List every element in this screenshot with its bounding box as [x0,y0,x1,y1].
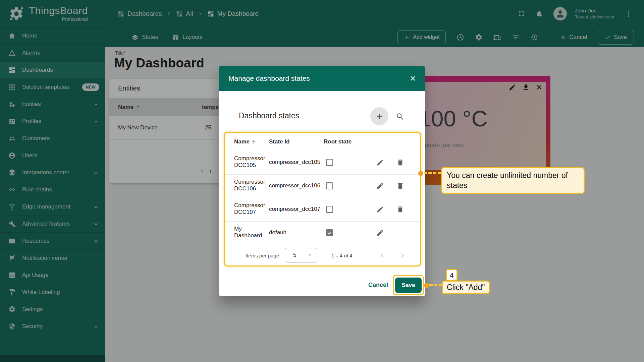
page-next-icon[interactable] [398,251,407,259]
edit-state-icon[interactable] [376,159,384,166]
dialog-section-title: Dashboard states [239,111,299,120]
dialog-close-icon[interactable] [409,74,417,82]
delete-state-icon[interactable] [396,182,404,190]
root-state-checkbox[interactable] [326,159,333,166]
root-state-checkbox-checked[interactable] [326,229,333,236]
search-icon[interactable] [396,112,405,121]
click-add-annotation-tooltip: Click "Add" [442,281,490,294]
items-per-page-label: Items per page: [246,253,280,258]
state-name: Compressor DCC107 [234,202,269,216]
dialog-title: Manage dashboard states [228,74,409,82]
divider [225,245,420,245]
state-id: default [269,229,286,236]
annotation-connector-dash [424,172,441,174]
state-row-4[interactable]: My Dashboard default [225,221,420,245]
state-name: Compressor DCC105 [234,155,269,169]
dialog-cancel-button[interactable]: Cancel [368,282,388,289]
delete-state-icon[interactable] [396,205,404,213]
pagination-range: 1 – 4 of 4 [331,253,368,258]
annotation-connector-dash [429,284,442,286]
plus-icon [375,112,384,121]
delete-state-icon[interactable] [396,159,404,166]
annotation-connector-dot [418,171,423,176]
state-id: compressor_dcc106 [269,182,320,189]
state-row-1[interactable]: Compressor DCC105 compressor_dcc105 [225,151,420,174]
page-prev-icon[interactable] [378,251,386,259]
state-name: My Dashboard [234,226,269,239]
state-id: compressor_dcc105 [269,159,320,166]
edit-state-icon[interactable] [376,229,384,237]
states-table-highlight: Name State Id Root state Compressor DCC1… [224,132,421,266]
step-number-badge: 4 [446,269,458,281]
states-col-root[interactable]: Root state [324,138,352,145]
sort-asc-icon [251,139,256,144]
states-annotation-tooltip: You can create unlimited number of state… [441,167,585,194]
state-name: Compressor DCC106 [234,179,269,192]
root-state-checkbox[interactable] [326,182,333,189]
caret-down-icon [307,252,313,258]
state-row-2[interactable]: Compressor DCC106 compressor_dcc106 [225,174,420,198]
manage-dashboard-states-dialog: Manage dashboard states Dashboard states… [219,66,425,296]
states-col-state-id[interactable]: State Id [269,138,289,145]
save-button-highlight-ring [393,275,424,295]
state-row-3[interactable]: Compressor DCC107 compressor_dcc107 [225,198,420,221]
edit-state-icon[interactable] [376,205,384,213]
annotation-connector-dot [424,283,429,288]
items-per-page-select[interactable]: 5 [285,248,317,262]
items-per-page-value: 5 [293,252,296,258]
dialog-header: Manage dashboard states [219,66,425,91]
add-state-button[interactable] [370,107,388,125]
states-col-name[interactable]: Name [234,138,256,145]
state-id: compressor_dcc107 [269,206,320,213]
root-state-checkbox[interactable] [326,206,333,213]
edit-state-icon[interactable] [376,182,384,190]
